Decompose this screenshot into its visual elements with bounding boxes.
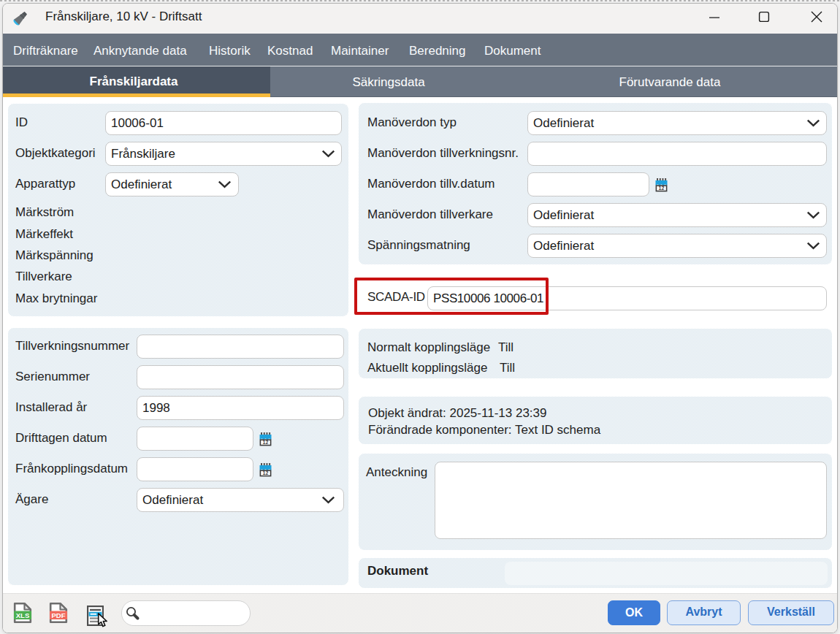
svg-text:12: 12 (263, 470, 269, 476)
svg-text:12: 12 (263, 440, 269, 445)
svg-text:XLS: XLS (16, 611, 29, 619)
svg-text:PDF: PDF (52, 611, 66, 619)
svg-text:12: 12 (659, 186, 665, 191)
